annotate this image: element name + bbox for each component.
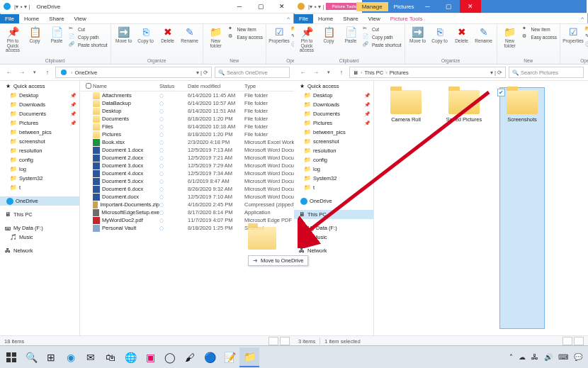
details-view-button[interactable] bbox=[268, 337, 278, 345]
sidebar-item[interactable]: 📁Documents📌 bbox=[0, 109, 79, 118]
share-tab[interactable]: Share bbox=[44, 14, 69, 23]
sidebar-item[interactable]: 📁resolution bbox=[294, 146, 373, 155]
pin-to-quick-access-button[interactable]: Pin to Quick access bbox=[297, 26, 317, 53]
file-row[interactable]: Document 2.docx12/5/2019 7:21 AMMicrosof… bbox=[80, 154, 294, 162]
breadcrumb-item[interactable]: Pictures bbox=[390, 69, 409, 76]
sidebar-item[interactable]: 📁screenshot bbox=[294, 137, 373, 146]
paste-button[interactable]: Paste bbox=[341, 26, 361, 44]
column-headers[interactable]: Name Status Date modified Type bbox=[80, 81, 294, 91]
up-button[interactable]: ↑ bbox=[337, 67, 346, 77]
file-row[interactable]: Personal Vault8/18/2020 1:25 PMShortcut bbox=[80, 224, 294, 232]
file-row[interactable]: Document.docx12/5/2019 7:10 AMMicrosoft … bbox=[80, 193, 294, 201]
edit-button[interactable]: ✎Edit bbox=[585, 33, 588, 40]
file-row[interactable]: Document 5.docx6/1/2019 8:47 AMMicrosoft… bbox=[80, 177, 294, 185]
file-row[interactable]: Document 1.docx12/5/2019 7:13 AMMicrosof… bbox=[80, 146, 294, 154]
open-button[interactable]: 📂Open bbox=[585, 26, 588, 33]
sidebar-mydata-drive[interactable]: 🖴My Data (F:) bbox=[294, 223, 373, 233]
maximize-button[interactable]: ▢ bbox=[250, 0, 271, 13]
sidebar-item[interactable]: 📁config bbox=[0, 155, 79, 165]
sidebar-item[interactable]: 📁Desktop📌 bbox=[294, 91, 373, 100]
taskbar-photos-icon[interactable]: ▣ bbox=[140, 348, 160, 367]
qat-customize-icon[interactable]: ▾ bbox=[310, 4, 312, 10]
sidebar-onedrive[interactable]: OneDrive bbox=[294, 196, 373, 206]
folder-tile[interactable]: Camera Roll bbox=[384, 88, 428, 328]
sidebar-network[interactable]: 🖧Network bbox=[0, 246, 79, 255]
cut-button[interactable]: ✂Cut bbox=[363, 26, 402, 33]
breadcrumb-item[interactable]: OneDrive bbox=[75, 69, 98, 76]
taskbar-notes-icon[interactable]: 📝 bbox=[220, 348, 239, 367]
sidebar-item[interactable]: 📁screenshot bbox=[0, 137, 79, 146]
minimize-button[interactable]: ─ bbox=[417, 0, 439, 13]
recent-button[interactable]: ▾ bbox=[324, 67, 334, 77]
sidebar-mydata-drive[interactable]: 🖴My Data (F:) bbox=[0, 223, 79, 233]
sidebar-item[interactable]: 📁between_pics bbox=[294, 128, 373, 137]
sidebar-item[interactable]: 📁t bbox=[0, 183, 79, 192]
paste-button[interactable]: Paste bbox=[47, 26, 67, 44]
sidebar-item[interactable]: 📁config bbox=[294, 155, 373, 165]
breadcrumb[interactable]: › OneDrive ▾ | ⟳ bbox=[55, 67, 212, 78]
folder-grid-pane[interactable]: Camera RollSaved PicturesScreenshots bbox=[374, 81, 588, 335]
sidebar-this-pc[interactable]: 🖥This PC bbox=[0, 210, 79, 219]
taskbar-mail-icon[interactable]: ✉ bbox=[81, 348, 101, 367]
taskbar-edge-icon[interactable]: ◉ bbox=[61, 348, 81, 367]
delete-button[interactable]: Delete bbox=[158, 26, 178, 44]
new-folder-button[interactable]: New folder bbox=[206, 26, 226, 48]
search-box[interactable]: 🔍 Search OneDrive bbox=[215, 67, 290, 78]
select-all-checkbox[interactable] bbox=[86, 83, 91, 89]
refresh-icon[interactable]: ▾ | ⟳ bbox=[196, 69, 208, 76]
new-item-button[interactable]: ✦New item bbox=[522, 26, 558, 33]
column-status[interactable]: Status bbox=[159, 83, 188, 89]
sidebar-item[interactable]: 📁between_pics bbox=[0, 128, 79, 137]
file-row[interactable]: Pictures8/18/2020 1:20 PMFile folder bbox=[80, 130, 294, 138]
up-button[interactable]: ↑ bbox=[43, 67, 52, 77]
easy-access-button[interactable]: ⚙Easy access bbox=[228, 33, 264, 40]
sidebar-item[interactable]: 📁Documents📌 bbox=[294, 109, 373, 118]
recent-button[interactable]: ▾ bbox=[30, 67, 40, 77]
sidebar-item[interactable]: 📁System32 bbox=[0, 174, 79, 183]
navigation-pane[interactable]: ★Quick access 📁Desktop📌📁Downloads📌📁Docum… bbox=[0, 81, 80, 335]
picture-tools-subtab[interactable]: Picture Tools bbox=[385, 14, 428, 23]
details-view-button[interactable] bbox=[562, 337, 572, 345]
column-name[interactable]: Name bbox=[93, 83, 159, 89]
file-tab[interactable]: File bbox=[294, 14, 313, 23]
column-date[interactable]: Date modified bbox=[188, 83, 244, 89]
taskbar-browser-icon[interactable]: 🌐 bbox=[120, 348, 140, 367]
sidebar-item[interactable]: 📁t bbox=[294, 183, 373, 192]
copy-path-button[interactable]: 📄Copy path bbox=[363, 33, 402, 40]
sidebar-item[interactable]: 📁Desktop📌 bbox=[0, 91, 79, 100]
icons-view-button[interactable] bbox=[574, 337, 584, 345]
taskbar-file-explorer-icon[interactable]: 📁 bbox=[239, 347, 259, 367]
start-button[interactable] bbox=[1, 348, 21, 367]
taskbar-taskview-icon[interactable]: ⊞ bbox=[41, 348, 61, 367]
easy-access-button[interactable]: ⚙Easy access bbox=[522, 33, 558, 40]
file-row[interactable]: MyWordDoc2.pdf11/7/2019 4:07 PMMicrosoft… bbox=[80, 216, 294, 224]
view-tab[interactable]: View bbox=[363, 14, 385, 23]
folder-tile[interactable]: Saved Pictures bbox=[442, 88, 486, 328]
tray-onedrive-icon[interactable]: ☁ bbox=[519, 353, 526, 361]
manage-tool-tab[interactable]: Manage bbox=[356, 2, 388, 11]
rename-button[interactable]: Rename bbox=[180, 26, 200, 44]
paste-shortcut-button[interactable]: 🔗Paste shortcut bbox=[363, 41, 402, 48]
folder-tile[interactable]: Screenshots bbox=[500, 88, 544, 328]
file-row[interactable]: Book.xlsx2/3/2020 4:18 PMMicrosoft Excel… bbox=[80, 138, 294, 146]
search-box[interactable]: 🔍 Search Pictures bbox=[509, 67, 584, 78]
properties-button[interactable]: Properties bbox=[563, 26, 583, 44]
back-button[interactable]: ← bbox=[4, 67, 14, 77]
sidebar-item[interactable]: 📁Pictures📌 bbox=[0, 118, 79, 128]
taskbar[interactable]: 🔍 ⊞ ◉ ✉ 🛍 🌐 ▣ ◯ 🖌 🔵 📝 📁 ˄ ☁ 🖧 🔊 ⌨ 💬 bbox=[0, 345, 588, 368]
column-type[interactable]: Type bbox=[244, 83, 294, 89]
sidebar-item[interactable]: 📁resolution bbox=[0, 146, 79, 155]
sidebar-onedrive[interactable]: OneDrive bbox=[0, 196, 79, 206]
taskbar-app-icon[interactable]: 🔵 bbox=[200, 348, 220, 367]
delete-button[interactable]: Delete bbox=[452, 26, 472, 44]
navigation-pane[interactable]: ★Quick access 📁Desktop📌📁Downloads📌📁Docum… bbox=[294, 81, 374, 335]
help-icon[interactable]: ^ bbox=[581, 16, 584, 22]
file-row[interactable]: Important-Documents.zip4/16/2020 2:45 PM… bbox=[80, 201, 294, 208]
move-to-button[interactable]: Move to bbox=[408, 26, 428, 44]
minimize-button[interactable]: ─ bbox=[229, 0, 250, 13]
home-tab[interactable]: Home bbox=[313, 14, 338, 23]
taskbar-search-icon[interactable]: 🔍 bbox=[21, 348, 41, 367]
sidebar-item[interactable]: 📁log bbox=[0, 165, 79, 174]
file-row[interactable]: Document 4.docx12/5/2019 7:34 AMMicrosof… bbox=[80, 169, 294, 177]
sidebar-item[interactable]: 📁Pictures📌 bbox=[294, 118, 373, 128]
